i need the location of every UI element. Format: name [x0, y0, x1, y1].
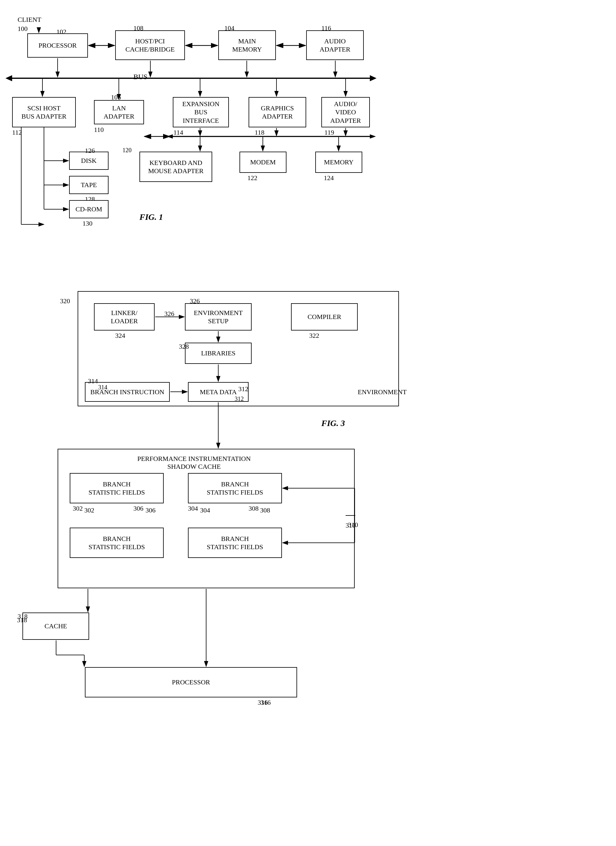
host-pci-num: 108 — [133, 24, 144, 32]
environment-label: ENVIRONMENT — [358, 388, 406, 396]
bsf4-num: 308 — [260, 507, 270, 514]
svg-marker-22 — [167, 134, 173, 138]
branch-stat-1-num: 302 — [73, 505, 83, 513]
perf-shadow-label: PERFORMANCE INSTRUMENTATIONSHADOW CACHE — [88, 455, 300, 471]
branch-inst-num2: 314 — [98, 384, 107, 391]
bsf3-num: 306 — [145, 507, 155, 514]
branch-instruction-num: 314 — [88, 377, 98, 385]
client-label: CLIENT — [18, 16, 41, 24]
expansion-bus-box: EXPANSION BUS INTERFACE — [173, 97, 229, 127]
audio-adapter-box: AUDIO ADAPTER — [306, 30, 364, 60]
environment-setup-box: ENVIRONMENT SETUP — [185, 303, 252, 330]
modem-num: 122 — [247, 174, 257, 182]
cdrom-box: CD-ROM — [69, 200, 109, 218]
processor-fig3-box: PROCESSOR — [85, 667, 297, 698]
keyboard-num: 120 — [122, 147, 132, 154]
num-106: 106 — [111, 93, 121, 101]
graphics-adapter-num: 118 — [255, 129, 264, 137]
branch-stat-2-num: 304 — [188, 505, 198, 513]
tape-box: TAPE — [69, 176, 109, 194]
scsi-box: SCSI HOST BUS ADAPTER — [12, 97, 76, 127]
fig1-title: FIG. 1 — [139, 212, 163, 222]
host-pci-box: HOST/PCI CACHE/BRIDGE — [115, 30, 185, 60]
branch-stat-3-num: 306 — [133, 505, 144, 513]
num-310-2: 310 — [348, 521, 358, 529]
linker-loader-box: LINKER/ LOADER — [94, 303, 155, 330]
branch-stat-4-box: BRANCH STATISTIC FIELDS — [188, 527, 282, 558]
disk-num: 126 — [85, 147, 95, 155]
num-320: 320 — [60, 297, 70, 305]
audio-video-num: 119 — [324, 129, 334, 137]
processor-num-label: 316 — [258, 699, 268, 706]
memory-box: MEMORY — [315, 151, 362, 173]
branch-stat-2-box: BRANCH STATISTIC FIELDS — [188, 473, 282, 503]
lan-adapter-box: LAN ADAPTER — [94, 100, 144, 124]
branch-stat-4-num: 308 — [249, 505, 258, 513]
cdrom-num: 130 — [82, 220, 92, 228]
svg-marker-8 — [6, 75, 12, 81]
processor-box: PROCESSOR — [27, 33, 88, 57]
compiler-num: 322 — [309, 332, 319, 339]
main-memory-num: 104 — [224, 24, 234, 32]
libraries-num: 328 — [179, 343, 189, 351]
bsf1-num: 302 — [84, 507, 94, 514]
diagram-container: CLIENT 100 PROCESSOR 102 HOST/PCI CACHE/… — [0, 0, 616, 846]
fig3-title: FIG. 3 — [321, 419, 345, 428]
meta-data-num: 312 — [235, 395, 244, 402]
cache-box: CACHE — [22, 612, 89, 640]
audio-adapter-num: 116 — [321, 24, 331, 32]
lan-adapter-num: 110 — [94, 126, 104, 134]
branch-stat-3-box: BRANCH STATISTIC FIELDS — [70, 527, 164, 558]
audio-video-box: AUDIO/ VIDEO ADAPTER — [321, 97, 370, 127]
expansion-bus-num: 114 — [173, 129, 183, 137]
bsf2-num: 304 — [200, 507, 210, 514]
environment-setup-num: 326 — [190, 297, 200, 305]
main-memory-box: MAIN MEMORY — [218, 30, 276, 60]
arrows-overlay — [0, 0, 616, 846]
meta-data-num2: 312 — [238, 385, 248, 393]
client-num: 100 — [18, 25, 28, 33]
bus-label: BUS — [133, 73, 148, 81]
num-326-label: 326 — [164, 310, 174, 318]
compiler-box: COMPILER — [291, 303, 358, 330]
branch-stat-1-box: BRANCH STATISTIC FIELDS — [70, 473, 164, 503]
svg-marker-21 — [370, 134, 376, 138]
scsi-num: 112 — [12, 129, 22, 137]
svg-marker-9 — [370, 75, 377, 81]
memory-num: 124 — [324, 174, 334, 182]
modem-box: MODEM — [239, 151, 286, 173]
keyboard-box: KEYBOARD AND MOUSE ADAPTER — [139, 151, 212, 182]
linker-loader-num: 324 — [115, 332, 125, 339]
graphics-adapter-box: GRAPHICS ADAPTER — [249, 97, 306, 127]
cache-num-label: 318 — [17, 616, 27, 624]
libraries-box: LIBRARIES — [185, 343, 252, 364]
processor-num: 102 — [56, 28, 66, 36]
